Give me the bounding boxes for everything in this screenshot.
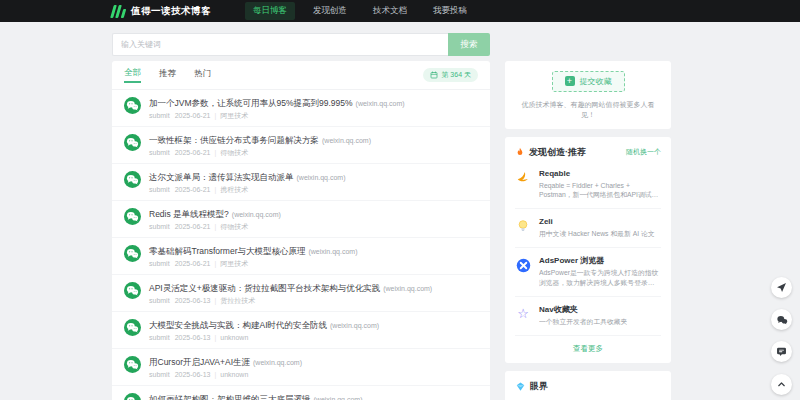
wechat-icon <box>124 97 141 114</box>
see-more-link[interactable]: 查看更多 <box>515 336 661 354</box>
article-title[interactable]: 一致性框架：供应链分布式事务问题解决方案 <box>149 135 319 145</box>
recommend-name[interactable]: AdsPower 浏览器 <box>539 256 661 265</box>
star-icon: ☆ <box>515 306 531 322</box>
article-category: 携程技术 <box>210 186 248 193</box>
recommend-item: Reqable Reqable = Fiddler + Charles + Po… <box>515 161 661 210</box>
discover-card-title: 发现创造·推荐 <box>529 146 586 159</box>
article-title[interactable]: 零基础解码Transformer与大模型核心原理 <box>149 246 305 256</box>
submit-collection-card: + 提交收藏 优质技术博客、有趣的网站值得被更多人看见！ <box>505 61 671 129</box>
article-title[interactable]: API灵活定义+极速驱动：货拉拉截图平台技术架构与优化实践 <box>149 283 380 293</box>
article-submitter: submit <box>149 149 170 156</box>
article-title[interactable]: Redis 是单线程模型? <box>149 209 229 219</box>
day-counter-label: 第 364 天 <box>441 70 471 80</box>
article-meta: submit2025-06-21阿里技术 <box>149 112 405 120</box>
article-category: 货拉拉技术 <box>210 297 255 304</box>
article-date: 2025-06-13 <box>175 334 211 341</box>
lightbulb-icon <box>515 218 531 234</box>
search-input[interactable] <box>112 33 448 56</box>
article-submitter: submit <box>149 223 170 230</box>
plus-icon: + <box>565 76 575 86</box>
recommend-name[interactable]: Nav收藏夹 <box>539 305 627 314</box>
brand[interactable]: 值得一读技术博客 <box>112 5 211 18</box>
site-title: 值得一读技术博客 <box>131 5 211 18</box>
wechat-icon <box>124 171 141 188</box>
page: 值得一读技术博客 每日博客 发现创造 技术文档 我要投稿 搜索 全部 推荐 热门… <box>0 0 800 400</box>
shuffle-link[interactable]: 随机换一个 <box>626 147 661 157</box>
article-meta: submit2025-06-13unknown <box>149 371 302 379</box>
tab-recommended[interactable]: 推荐 <box>159 68 176 82</box>
recommend-desc: Reqable = Fiddler + Charles + Postman，新一… <box>539 181 661 201</box>
site-logo-icon <box>112 5 125 18</box>
article-date: 2025-06-21 <box>175 149 211 156</box>
article-title[interactable]: 达尔文派单局：遗传算法实现自动派单 <box>149 172 294 182</box>
article-row: Redis 是单线程模型?(weixin.qq.com) submit2025-… <box>112 201 490 238</box>
article-row: API灵活定义+极速驱动：货拉拉截图平台技术架构与优化实践(weixin.qq.… <box>112 275 490 312</box>
wechat-icon <box>124 356 141 373</box>
article-title[interactable]: 大模型安全挑战与实践：构建AI时代的安全防线 <box>149 320 327 330</box>
wechat-bubbles-icon <box>776 314 788 326</box>
horizon-card: 眼界 AI编辑器Cursor使用文档 Cursor (docs.cursor.c… <box>505 371 671 400</box>
article-domain: (weixin.qq.com) <box>297 174 346 181</box>
wechat-icon <box>124 208 141 225</box>
feedback-button[interactable] <box>771 341 792 362</box>
article-meta: submit2025-06-21阿里技术 <box>149 260 358 268</box>
article-title[interactable]: 用Cursor开启JAVA+AI生涯 <box>149 357 250 367</box>
article-date: 2025-06-21 <box>175 186 211 193</box>
wechat-icon <box>124 245 141 262</box>
article-row: 如何画好架构图：架构思维的三大底层逻辑(weixin.qq.com) submi… <box>112 386 490 400</box>
article-submitter: submit <box>149 260 170 267</box>
article-submitter: submit <box>149 186 170 193</box>
article-meta: submit2025-06-21得物技术 <box>149 149 371 157</box>
article-domain: (weixin.qq.com) <box>356 100 405 107</box>
recommend-name[interactable]: Reqable <box>539 169 661 178</box>
article-category: 得物技术 <box>210 223 248 230</box>
tabs-row: 全部 推荐 热门 第 364 天 <box>112 61 490 90</box>
chevron-up-icon <box>776 379 787 390</box>
article-meta: submit2025-06-21携程技术 <box>149 186 346 194</box>
fire-icon <box>515 146 525 158</box>
horizon-card-header: 眼界 <box>515 380 661 393</box>
recommend-name[interactable]: Zeli <box>539 217 655 226</box>
submit-collection-button[interactable]: + 提交收藏 <box>552 71 625 92</box>
article-date: 2025-06-21 <box>175 260 211 267</box>
article-domain: (weixin.qq.com) <box>383 285 432 292</box>
article-meta: submit2025-06-13货拉拉技术 <box>149 297 432 305</box>
nav-item-daily-blog[interactable]: 每日博客 <box>245 2 295 20</box>
search-button[interactable]: 搜索 <box>448 33 490 56</box>
tab-all[interactable]: 全部 <box>124 67 141 83</box>
nav-item-discover[interactable]: 发现创造 <box>305 2 355 20</box>
wechat-contact-button[interactable] <box>771 309 792 330</box>
article-title[interactable]: 加一个JVM参数，让系统可用率从95%提高到99.995% <box>149 98 353 108</box>
share-button[interactable] <box>771 277 792 298</box>
article-title[interactable]: 如何画好架构图：架构思维的三大底层逻辑 <box>149 394 311 400</box>
article-row: 用Cursor开启JAVA+AI生涯(weixin.qq.com) submit… <box>112 349 490 386</box>
article-domain: (weixin.qq.com) <box>308 248 357 255</box>
article-submitter: submit <box>149 297 170 304</box>
comment-icon <box>776 346 787 357</box>
day-counter-badge: 第 364 天 <box>423 68 478 82</box>
sidebar: + 提交收藏 优质技术博客、有趣的网站值得被更多人看见！ 发现创造·推荐 随机换… <box>505 61 671 400</box>
article-date: 2025-06-13 <box>175 371 211 378</box>
nav-item-submit[interactable]: 我要投稿 <box>425 2 475 20</box>
wechat-icon <box>124 393 141 400</box>
article-category: 得物技术 <box>210 149 248 156</box>
article-domain: (weixin.qq.com) <box>322 137 371 144</box>
article-category: unknown <box>210 334 248 341</box>
nav-item-tech-docs[interactable]: 技术文档 <box>365 2 415 20</box>
calendar-icon <box>430 71 438 79</box>
adspower-icon <box>515 257 531 273</box>
article-date: 2025-06-13 <box>175 297 211 304</box>
article-row: 大模型安全挑战与实践：构建AI时代的安全防线(weixin.qq.com) su… <box>112 312 490 349</box>
discover-card-header: 发现创造·推荐 随机换一个 <box>515 146 661 159</box>
submit-collection-label: 提交收藏 <box>580 76 612 87</box>
back-to-top-button[interactable] <box>771 374 792 395</box>
recommend-desc: 一个独立开发者的工具收藏夹 <box>539 317 627 327</box>
discover-recommend-card: 发现创造·推荐 随机换一个 Reqable Reqable = Fiddler … <box>505 137 671 363</box>
article-domain: (weixin.qq.com) <box>253 359 302 366</box>
nav-menu: 每日博客 发现创造 技术文档 我要投稿 <box>245 2 475 20</box>
submit-note: 优质技术博客、有趣的网站值得被更多人看见！ <box>515 100 661 120</box>
article-meta: submit2025-06-13unknown <box>149 334 379 342</box>
paper-plane-icon <box>776 282 787 293</box>
article-row: 加一个JVM参数，让系统可用率从95%提高到99.995%(weixin.qq.… <box>112 90 490 127</box>
tab-hot[interactable]: 热门 <box>194 68 211 82</box>
